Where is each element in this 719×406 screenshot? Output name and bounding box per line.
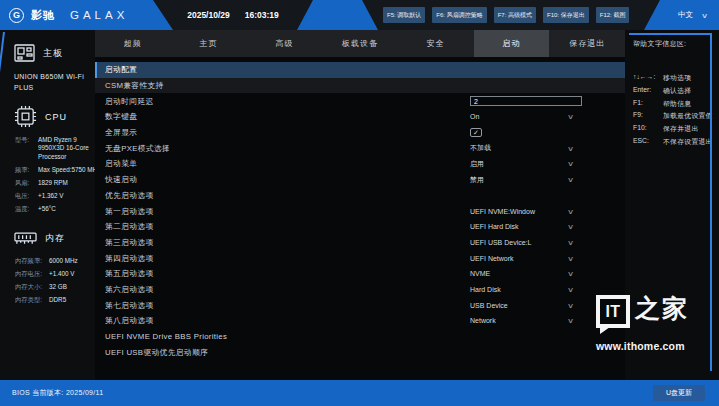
hardware-info-sidebar: 主板 UNION B650M Wi-Fi PLUS CPU 型号: AMD Ry… bbox=[0, 30, 95, 380]
settings-row[interactable]: 启动配置 bbox=[95, 62, 625, 78]
help-desc: 不保存设置退出 bbox=[663, 137, 713, 147]
settings-row[interactable]: 无盘PXE模式选择 不加载 ∨ bbox=[95, 140, 625, 156]
menu-tab[interactable]: 保存退出 bbox=[549, 30, 625, 57]
galax-logo-icon: G bbox=[9, 8, 24, 23]
stat-label: 频率: bbox=[15, 166, 38, 175]
memory-icon bbox=[14, 232, 37, 245]
menu-tab[interactable]: 超频 bbox=[95, 30, 171, 57]
settings-row[interactable]: 优先启动选项 bbox=[95, 188, 625, 204]
menu-tab[interactable]: 板载设备 bbox=[322, 30, 398, 57]
setting-label: 第五启动选项 bbox=[105, 268, 154, 279]
chevron-down-icon: ∨ bbox=[567, 317, 574, 324]
settings-row[interactable]: 第七启动选项 USB Device ∨ bbox=[95, 297, 625, 313]
setting-select[interactable]: UEFI NVME:Window ∨ bbox=[470, 208, 573, 215]
chevron-down-icon: ∨ bbox=[567, 270, 574, 277]
stat-label: 内存频率: bbox=[15, 257, 49, 266]
stat-label: 内存类型: bbox=[15, 296, 49, 305]
ithome-url: www.ithome.com bbox=[596, 340, 714, 352]
bios-version: BIOS 当前版本: 2025/09/11 bbox=[12, 388, 103, 398]
menu-tab[interactable]: 主页 bbox=[171, 30, 247, 57]
setting-control-slot: 不加载 ∨ bbox=[470, 140, 573, 156]
fn-key-button[interactable]: F7: 高级模式 bbox=[494, 7, 536, 23]
select-value: UEFI Hard Disk bbox=[470, 223, 519, 230]
help-line: F1: 帮助信息 bbox=[633, 99, 719, 109]
help-key: F1: bbox=[633, 99, 663, 109]
select-value: NVME bbox=[470, 270, 490, 277]
setting-select[interactable]: UEFI USB Device:L ∨ bbox=[470, 239, 573, 246]
stat-row: 温度: +56°C bbox=[15, 205, 95, 214]
decorative-frame-top bbox=[629, 33, 711, 35]
setting-select[interactable]: On ∨ bbox=[470, 113, 573, 120]
help-key: F9: bbox=[633, 111, 663, 121]
ithome-logo-cn: 之家 bbox=[635, 295, 689, 324]
menu-tab[interactable]: 安全 bbox=[398, 30, 474, 57]
settings-row[interactable]: 启动时间延迟 2 bbox=[95, 93, 625, 109]
settings-row[interactable]: 第四启动选项 UEFI Network ∨ bbox=[95, 250, 625, 266]
stat-row: 风扇: 1829 RPM bbox=[15, 179, 95, 188]
setting-label: 第四启动选项 bbox=[105, 253, 154, 264]
board-section-title: 主板 bbox=[43, 47, 63, 60]
usb-update-button[interactable]: U盘更新 bbox=[653, 385, 705, 401]
setting-input[interactable]: 2 bbox=[470, 96, 582, 106]
statusbar: BIOS 当前版本: 2025/09/11 U盘更新 bbox=[0, 380, 719, 406]
select-value: UEFI NVME:Window bbox=[470, 208, 535, 215]
setting-select[interactable]: 禁用 ∨ bbox=[470, 175, 573, 185]
settings-row[interactable]: 快速启动 禁用 ∨ bbox=[95, 172, 625, 188]
stat-label: 型号: bbox=[15, 136, 38, 162]
settings-row[interactable]: 第八启动选项 Network ∨ bbox=[95, 313, 625, 329]
select-value: UEFI Network bbox=[470, 255, 514, 262]
stat-value: 6000 MHz bbox=[49, 257, 78, 266]
setting-select[interactable]: UEFI Hard Disk ∨ bbox=[470, 223, 573, 230]
function-key-bar: F5: 调取默认 F6: 风扇调控策略 F7: 高级模式 F10: 保存退出 F… bbox=[362, 0, 660, 30]
settings-row[interactable]: UEFI NVME Drive BBS Priorities bbox=[95, 329, 625, 345]
fn-key-button[interactable]: F10: 保存退出 bbox=[543, 7, 589, 23]
setting-checkbox[interactable]: ✓ bbox=[470, 128, 482, 137]
settings-row[interactable]: 全屏显示 ✓ bbox=[95, 125, 625, 141]
fn-key-button[interactable]: F6: 风扇调控策略 bbox=[432, 7, 486, 23]
chevron-down-icon: ∨ bbox=[567, 223, 574, 230]
settings-row[interactable]: 第五启动选项 NVME ∨ bbox=[95, 266, 625, 282]
chevron-down-icon: ∨ bbox=[567, 145, 574, 152]
help-key-list: ↑↓←→: 移动选项 Enter: 确认选择 F1: 帮助信息 F9: 加载最优… bbox=[633, 73, 719, 147]
language-selector[interactable]: 中文 ∨ bbox=[678, 0, 707, 30]
stat-value: AMD Ryzen 9 9950X3D 16-Core Processor bbox=[38, 136, 92, 162]
settings-row[interactable]: UEFI USB驱动优先启动顺序 bbox=[95, 344, 625, 360]
settings-row[interactable]: 启动菜单 启用 ∨ bbox=[95, 156, 625, 172]
settings-row[interactable]: 第六启动选项 Hard Disk ∨ bbox=[95, 282, 625, 298]
settings-row[interactable]: CSM兼容性支持 bbox=[95, 78, 625, 94]
stat-label: 内存电压: bbox=[15, 270, 49, 279]
select-value: USB Device bbox=[470, 302, 508, 309]
chevron-down-icon: ∨ bbox=[567, 286, 574, 293]
fn-key-button[interactable]: F12: 截图 bbox=[596, 7, 630, 23]
settings-row[interactable]: 第三启动选项 UEFI USB Device:L ∨ bbox=[95, 235, 625, 251]
galax-logo: G 影驰 GALAX bbox=[9, 0, 128, 30]
menu-tab[interactable]: 高级 bbox=[246, 30, 322, 57]
settings-row[interactable]: 数字键盘 On ∨ bbox=[95, 109, 625, 125]
stat-label: 电压: bbox=[15, 192, 38, 201]
setting-label: 第六启动选项 bbox=[105, 284, 154, 295]
stat-label: 风扇: bbox=[15, 179, 38, 188]
setting-select[interactable]: UEFI Network ∨ bbox=[470, 255, 573, 262]
settings-row[interactable]: 第二启动选项 UEFI Hard Disk ∨ bbox=[95, 219, 625, 235]
fn-key-button[interactable]: F5: 调取默认 bbox=[383, 7, 425, 23]
setting-control-slot: Hard Disk ∨ bbox=[470, 282, 573, 298]
setting-select[interactable]: USB Device ∨ bbox=[470, 302, 573, 309]
menu-tab[interactable]: 启动 bbox=[474, 30, 550, 57]
setting-select[interactable]: Hard Disk ∨ bbox=[470, 286, 573, 293]
motherboard-icon bbox=[14, 44, 35, 62]
setting-label: UEFI USB驱动优先启动顺序 bbox=[105, 347, 208, 358]
select-value: 不加载 bbox=[470, 143, 491, 153]
select-value: 禁用 bbox=[470, 175, 484, 185]
chevron-down-icon: ∨ bbox=[567, 113, 574, 120]
memory-section-title: 内存 bbox=[45, 232, 65, 245]
setting-select[interactable]: 启用 ∨ bbox=[470, 159, 573, 169]
setting-control-slot: USB Device ∨ bbox=[470, 297, 573, 313]
setting-select[interactable]: Network ∨ bbox=[470, 317, 573, 324]
settings-row[interactable]: 第一启动选项 UEFI NVME:Window ∨ bbox=[95, 203, 625, 219]
setting-select[interactable]: NVME ∨ bbox=[470, 270, 573, 277]
chevron-down-icon: ∨ bbox=[567, 255, 574, 262]
setting-select[interactable]: 不加载 ∨ bbox=[470, 143, 573, 153]
chevron-down-icon: ∨ bbox=[567, 302, 574, 309]
bios-setup-screen: G 影驰 GALAX 2025/10/29 16:03:19 F5: 调取默认 … bbox=[0, 0, 719, 406]
stat-value: Max Speed:5750 MHz bbox=[38, 166, 95, 175]
